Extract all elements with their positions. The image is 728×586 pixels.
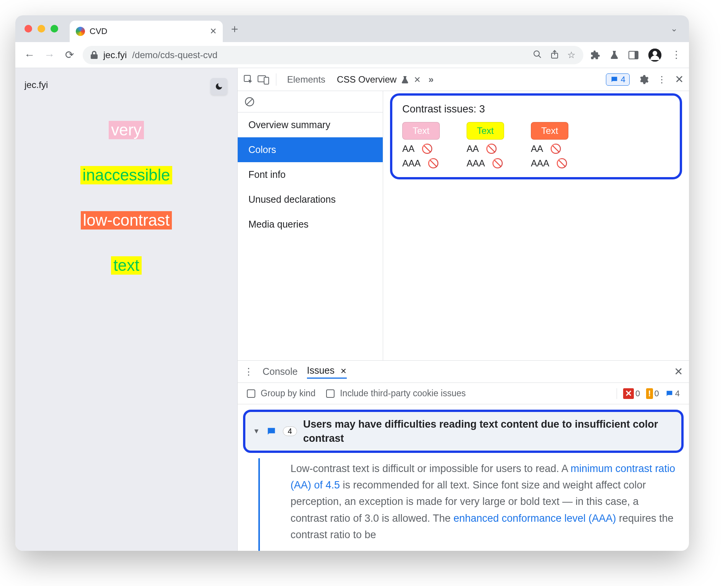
devtools-panel: Elements CSS Overview ✕ » 4 <box>237 68 689 551</box>
window-controls <box>24 25 58 33</box>
devtools-drawer: ⋮ Console Issues ✕ ✕ Group by kind Inclu… <box>238 360 689 551</box>
sample-text-3: low-contrast <box>81 211 172 230</box>
drawer-menu-icon[interactable]: ⋮ <box>244 366 253 377</box>
webpage-viewport: jec.fyi very inaccessible low-contrast t… <box>15 68 237 551</box>
fail-icon: 🚫 <box>486 143 497 154</box>
issue-title: Users may have difficulties reading text… <box>303 417 674 445</box>
issue-category-icon <box>266 426 277 437</box>
checkbox-group-by-kind[interactable] <box>247 389 255 398</box>
svg-rect-9 <box>264 77 269 84</box>
issues-filter-bar: Group by kind Include third-party cookie… <box>238 383 689 404</box>
issue-header[interactable]: ▼ 4 Users may have difficulties reading … <box>243 410 684 453</box>
close-devtools-icon[interactable]: ✕ <box>675 73 684 86</box>
contrast-issues-title: Contrast issues: 3 <box>402 103 670 115</box>
url-host: jec.fyi <box>103 50 127 60</box>
inspect-icon[interactable] <box>243 74 254 85</box>
error-count[interactable]: ✕0 <box>623 388 640 399</box>
url-path: /demo/cds-quest-cvd <box>132 50 217 60</box>
browser-menu-icon[interactable]: ⋮ <box>671 49 681 61</box>
tab-css-overview[interactable]: CSS Overview ✕ <box>333 72 424 87</box>
tab-console[interactable]: Console <box>263 366 298 377</box>
profile-avatar[interactable] <box>648 49 661 62</box>
favicon-icon <box>76 27 85 36</box>
device-toggle-icon[interactable] <box>258 75 269 85</box>
tab-list-chevron-icon[interactable]: ⌄ <box>671 24 677 34</box>
side-panel-icon[interactable] <box>628 51 638 59</box>
sample-text-4: text <box>111 256 142 275</box>
new-tab-button[interactable]: ＋ <box>229 21 240 37</box>
link-aaa-level[interactable]: enhanced conformance level (AAA) <box>454 513 616 524</box>
address-bar[interactable]: jec.fyi/demo/cds-quest-cvd ☆ <box>83 46 583 64</box>
fail-icon: 🚫 <box>556 158 568 169</box>
minimize-window-button[interactable] <box>38 25 45 33</box>
checkbox-third-party[interactable] <box>326 389 335 398</box>
clear-overview-icon[interactable] <box>238 91 383 112</box>
devtools-tabstrip: Elements CSS Overview ✕ » 4 <box>238 68 689 91</box>
contrast-chip: Text <box>467 122 504 140</box>
sample-text-1: very <box>109 121 144 139</box>
warning-count[interactable]: !0 <box>646 388 659 399</box>
svg-point-0 <box>534 51 539 56</box>
back-button[interactable]: ← <box>23 49 36 61</box>
fail-icon: 🚫 <box>492 158 503 169</box>
close-drawer-tab-icon[interactable]: ✕ <box>340 367 347 375</box>
issue-count-badge: 4 <box>283 426 297 436</box>
titlebar: CVD ✕ ＋ ⌄ <box>15 15 689 42</box>
css-overview-sidebar: Overview summary Colors Font info Unused… <box>238 91 383 360</box>
close-window-button[interactable] <box>24 25 32 33</box>
contrast-chip: Text <box>402 122 440 140</box>
svg-rect-4 <box>635 51 638 59</box>
labs-icon[interactable] <box>610 50 619 60</box>
browser-tab[interactable]: CVD ✕ <box>70 21 223 42</box>
more-tabs-icon[interactable]: » <box>428 74 433 85</box>
contrast-issue-1[interactable]: Text AA🚫 AAA🚫 <box>402 122 440 169</box>
close-tab-button[interactable]: ✕ <box>210 26 217 36</box>
bookmark-star-icon[interactable]: ☆ <box>567 50 576 60</box>
issues-indicator[interactable]: 4 <box>606 73 630 86</box>
tab-issues[interactable]: Issues ✕ <box>307 365 347 379</box>
site-title: jec.fyi <box>24 80 228 90</box>
share-icon[interactable] <box>550 50 559 60</box>
issue-description: Low-contrast text is difficult or imposs… <box>258 458 689 551</box>
sidebar-item-unused-declarations[interactable]: Unused declarations <box>238 187 383 212</box>
css-overview-content: Contrast issues: 3 Text AA🚫 AAA🚫 Text AA… <box>383 91 689 360</box>
sidebar-item-media-queries[interactable]: Media queries <box>238 212 383 237</box>
fail-icon: 🚫 <box>421 143 433 154</box>
fail-icon: 🚫 <box>550 143 562 154</box>
svg-line-11 <box>246 99 252 104</box>
devtools-menu-icon[interactable]: ⋮ <box>657 74 666 85</box>
sidebar-item-overview-summary[interactable]: Overview summary <box>238 112 383 137</box>
tab-elements[interactable]: Elements <box>283 72 329 87</box>
contrast-issue-2[interactable]: Text AA🚫 AAA🚫 <box>467 122 504 169</box>
reload-button[interactable]: ⟳ <box>63 49 76 61</box>
sample-text-2: inaccessible <box>80 166 173 184</box>
dark-mode-toggle[interactable] <box>211 78 227 95</box>
contrast-chip: Text <box>531 122 568 140</box>
forward-button[interactable]: → <box>43 49 56 61</box>
fullscreen-window-button[interactable] <box>51 25 58 33</box>
close-panel-icon[interactable]: ✕ <box>414 75 421 85</box>
label-third-party: Include third-party cookie issues <box>340 388 466 399</box>
settings-gear-icon[interactable] <box>638 74 649 85</box>
close-drawer-icon[interactable]: ✕ <box>674 365 683 378</box>
svg-point-6 <box>653 51 657 55</box>
info-count[interactable]: 4 <box>665 389 680 399</box>
browser-toolbar: ← → ⟳ jec.fyi/demo/cds-quest-cvd ☆ <box>15 42 689 68</box>
contrast-issues-box: Contrast issues: 3 Text AA🚫 AAA🚫 Text AA… <box>390 93 682 179</box>
lock-icon <box>90 51 98 59</box>
search-icon[interactable] <box>533 50 542 60</box>
sidebar-item-font-info[interactable]: Font info <box>238 162 383 187</box>
sidebar-item-colors[interactable]: Colors <box>238 137 383 162</box>
disclosure-triangle-icon[interactable]: ▼ <box>253 427 260 435</box>
drawer-tabstrip: ⋮ Console Issues ✕ ✕ <box>238 361 689 383</box>
fail-icon: 🚫 <box>428 158 439 169</box>
label-group-by-kind: Group by kind <box>261 388 315 399</box>
browser-window: CVD ✕ ＋ ⌄ ← → ⟳ jec.fyi/demo/cds-quest-c… <box>15 15 689 551</box>
extensions-icon[interactable] <box>590 50 600 60</box>
beaker-icon <box>399 74 411 85</box>
svg-line-1 <box>539 55 541 58</box>
tab-title: CVD <box>90 26 107 36</box>
contrast-issue-3[interactable]: Text AA🚫 AAA🚫 <box>531 122 568 169</box>
